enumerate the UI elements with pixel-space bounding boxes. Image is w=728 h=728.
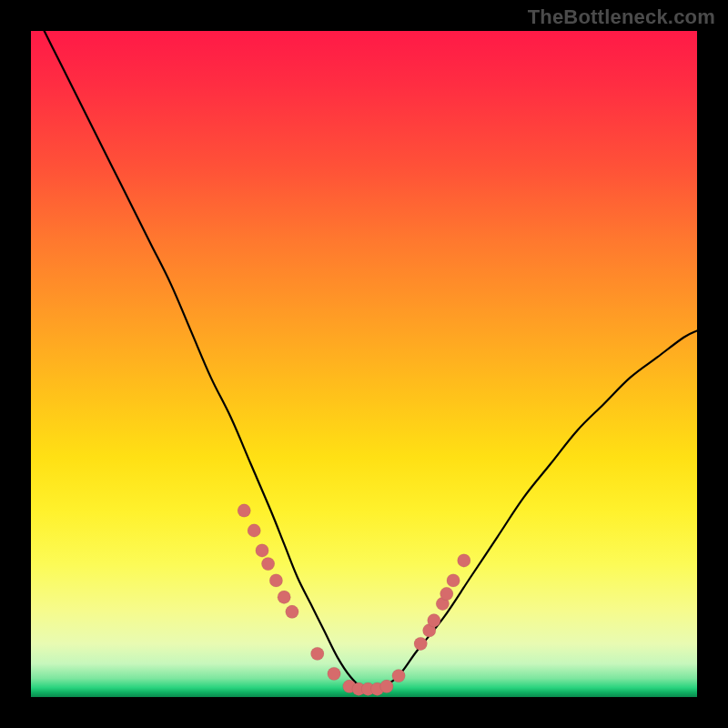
data-marker — [414, 637, 427, 650]
data-marker — [392, 669, 405, 682]
data-marker — [458, 554, 470, 567]
data-marker — [328, 667, 340, 680]
data-marker — [248, 524, 260, 537]
data-marker — [440, 587, 453, 600]
watermark-text: TheBottleneck.com — [528, 5, 715, 29]
chart-svg — [31, 31, 697, 697]
data-marker — [261, 557, 274, 570]
data-marker — [311, 647, 324, 660]
data-markers — [238, 504, 470, 696]
data-marker — [380, 680, 393, 693]
data-marker — [447, 574, 460, 587]
plot-area — [31, 31, 697, 697]
data-marker — [428, 614, 440, 627]
data-marker — [269, 574, 282, 587]
chart-stage: TheBottleneck.com — [0, 0, 728, 728]
data-marker — [278, 591, 290, 603]
data-marker — [286, 605, 298, 618]
data-marker — [238, 504, 250, 517]
data-marker — [256, 544, 268, 557]
bottleneck-curve — [31, 31, 697, 691]
